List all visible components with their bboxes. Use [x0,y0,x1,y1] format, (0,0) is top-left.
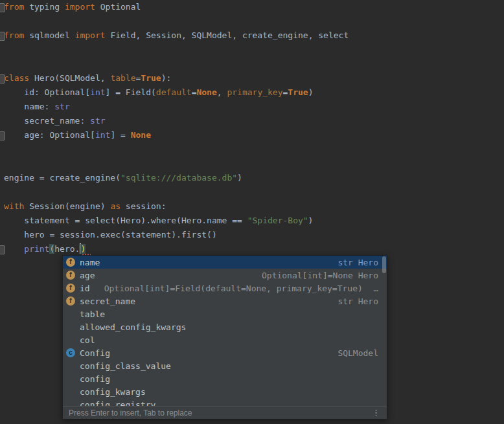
completion-item-signature: Optional[int]=Field(default=None, primar… [104,284,363,293]
code-token: name: [4,102,54,111]
code-token: session: [120,201,166,211]
code-line: from sqlmodel import Field, Session, SQL… [4,28,504,43]
completion-item-type: Optional[int]=None Hero [262,271,378,280]
code-token: typing [24,2,65,12]
code-token: int [95,130,110,140]
code-token: with [4,201,24,211]
completion-item-type: SQLModel [338,348,378,358]
no-icon-placeholder [66,335,75,344]
code-token: Optional [95,2,141,12]
code-line: secret_name: str [4,114,504,128]
code-line: hero = session.exec(statement).first() [4,228,504,242]
code-token: ) [237,173,242,183]
code-line [4,14,504,28]
completion-item-table[interactable]: table [63,307,387,320]
code-token: True [288,87,308,97]
completion-item-label: table [80,309,105,319]
completion-item-type: str Hero [338,296,378,306]
code-token: import [65,2,95,12]
code-token: sqlmodel [24,30,74,40]
completion-footer: Press Enter to insert, Tab to replace ⋮ [63,406,387,419]
code-line: from typing import Optional [4,0,504,14]
field-icon: f [66,296,75,306]
code-token: str [90,116,105,126]
completion-item-secret_name[interactable]: fsecret_namestr Hero [63,295,387,307]
completion-item-Config[interactable]: cConfigSQLModel [63,346,387,359]
completion-item-id[interactable]: fidOptional[int]=Field(default=None, pri… [63,282,387,295]
completion-item-label: name [80,258,100,267]
code-token: ) [308,87,314,97]
no-icon-placeholder [66,374,75,383]
code-line: statement = select(Hero).where(Hero.name… [4,214,504,228]
completion-item-config_registry[interactable]: config_registry [63,398,387,406]
completion-item-label: col [80,335,95,345]
code-token: "sqlite:///database.db" [120,173,237,183]
code-token: secret_name: [4,116,90,126]
code-token: hero = session.exec(statement).first() [4,230,217,240]
gutter-icon-fragment[interactable] [0,245,5,254]
popup-scrollbar-thumb[interactable] [382,256,386,273]
code-token: str [54,102,69,111]
code-token: engine = create_engine( [4,173,120,183]
field-icon: f [66,284,75,293]
code-token: from [4,2,24,12]
code-line [4,142,504,157]
code-token: statement = select(Hero).where(Hero.name… [4,216,247,225]
code-line [4,185,504,199]
gutter-icon-fragment[interactable] [0,131,5,140]
gutter-icon-fragment[interactable] [0,32,5,41]
field-icon: f [66,258,75,267]
completion-item-label: config_registry [80,400,155,407]
code-line [4,43,504,57]
code-token: Session(engine) [24,201,110,211]
completion-item-label: config_kwargs [80,387,146,397]
code-token: as [110,201,120,211]
no-icon-placeholder [66,387,75,396]
code-token: primary_key [227,87,282,97]
completion-item-type: … [373,284,378,293]
code-token: Hero(SQLModel, [29,73,110,83]
code-token: ] = Field( [106,87,156,97]
code-line: class Hero(SQLModel, table=True): [4,71,504,85]
completion-item-config[interactable]: config [63,372,387,385]
code-token: True [141,73,161,83]
completion-item-allowed_config_kwargs[interactable]: allowed_config_kwargs [63,320,387,333]
completion-item-age[interactable]: fageOptional[int]=None Hero [63,269,387,282]
completion-item-label: id [80,284,90,293]
code-token: id: Optional[ [4,87,90,97]
code-token: None [196,87,216,97]
class-icon: c [66,348,75,357]
completion-item-config_class_value[interactable]: config_class_value [63,359,387,372]
code-token: int [90,87,105,97]
completion-item-label: config [80,374,110,384]
code-line: name: str [4,100,504,114]
no-icon-placeholder [66,309,75,318]
code-line [4,157,504,171]
code-token: ) [80,244,86,254]
code-token: , [217,87,227,97]
gutter-icon-fragment[interactable] [0,74,5,84]
code-area: from typing import Optionalfrom sqlmodel… [4,0,504,256]
code-line: with Session(engine) as session: [4,199,504,214]
code-line: id: Optional[int] = Field(default=None, … [4,85,504,100]
code-token: None [131,130,151,140]
no-icon-placeholder [66,361,75,370]
code-token: default [156,87,192,97]
code-line: age: Optional[int] = None [4,128,504,142]
completion-hint-text: Press Enter to insert, Tab to replace [69,408,192,418]
code-line [4,57,504,71]
completion-item-type: str Hero [338,258,378,267]
gutter-icon-fragment[interactable] [0,3,5,12]
completion-item-label: Config [80,348,110,358]
more-options-icon[interactable]: ⋮ [369,408,383,417]
code-token: Field, Session, SQLModel, create_engine,… [106,30,349,40]
code-token [4,244,24,254]
field-icon: f [66,271,75,280]
completion-item-name[interactable]: fnamestr Hero [63,256,387,269]
code-token: import [75,30,106,40]
code-token: print [24,244,49,254]
completion-item-config_kwargs[interactable]: config_kwargs [63,385,387,398]
completion-item-col[interactable]: col [63,333,387,346]
code-token: ) [308,216,314,225]
code-token: class [4,73,29,83]
